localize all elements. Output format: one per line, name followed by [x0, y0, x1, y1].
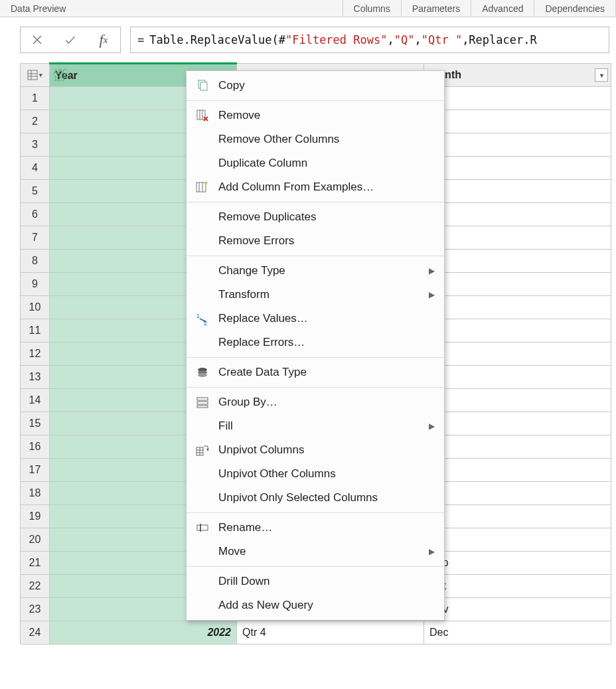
- row-number[interactable]: 19: [21, 505, 50, 528]
- menu-drill-down-label: Drill Down: [218, 575, 270, 588]
- cell-month[interactable]: [424, 505, 611, 528]
- row-number[interactable]: 3: [21, 133, 50, 157]
- menu-replace-errors[interactable]: Replace Errors…: [187, 331, 444, 354]
- menu-change-type[interactable]: Change Type▶: [187, 259, 444, 283]
- menu-rename[interactable]: Rename…: [187, 516, 444, 540]
- row-number[interactable]: 17: [21, 459, 50, 482]
- cell-month[interactable]: [424, 226, 611, 250]
- cell-month[interactable]: y: [424, 180, 611, 203]
- row-number[interactable]: 2: [21, 110, 50, 133]
- tab-data-preview[interactable]: Data Preview: [0, 0, 343, 17]
- cell-month[interactable]: r: [424, 157, 611, 180]
- cell-month[interactable]: v: [424, 319, 611, 343]
- cell-month[interactable]: c: [424, 343, 611, 366]
- row-number[interactable]: 20: [21, 528, 50, 552]
- formula-buttons: fx: [20, 27, 121, 53]
- menu-remove-other[interactable]: Remove Other Columns: [187, 127, 444, 151]
- menu-unpivot-label: Unpivot Columns: [218, 443, 304, 457]
- row-number[interactable]: 11: [21, 319, 50, 343]
- cell-month[interactable]: g: [424, 250, 611, 273]
- cell-month[interactable]: Oct: [424, 575, 611, 598]
- menu-group-by-label: Group By…: [218, 396, 277, 409]
- row-number[interactable]: 23: [21, 598, 50, 621]
- cell-month[interactable]: Sep: [424, 552, 611, 575]
- row-number[interactable]: 12: [21, 343, 50, 366]
- svg-rect-6: [197, 110, 205, 119]
- menu-add-from-examples[interactable]: Add Column From Examples…: [187, 175, 444, 199]
- tab-parameters[interactable]: Parameters: [402, 0, 471, 17]
- cell-month[interactable]: g: [424, 528, 611, 552]
- menu-unpivot-other[interactable]: Unpivot Other Columns: [187, 462, 444, 486]
- submenu-arrow-icon: ▶: [429, 266, 435, 275]
- cell-month[interactable]: b: [424, 389, 611, 412]
- row-number[interactable]: 5: [21, 180, 50, 203]
- row-number[interactable]: 16: [21, 435, 50, 459]
- menu-duplicate-label: Duplicate Column: [218, 157, 307, 170]
- tab-columns[interactable]: Columns: [343, 0, 402, 17]
- cell-month[interactable]: r: [424, 435, 611, 459]
- cell-month[interactable]: ar: [424, 133, 611, 157]
- menu-unpivot-only[interactable]: Unpivot Only Selected Columns: [187, 486, 444, 510]
- cell-month[interactable]: Dec: [424, 621, 611, 645]
- column-filter-button-month[interactable]: ▾: [595, 68, 608, 82]
- cell-month[interactable]: [424, 87, 611, 110]
- menu-create-data-type[interactable]: Create Data Type: [187, 360, 444, 384]
- cancel-formula-button[interactable]: [21, 27, 54, 52]
- row-number[interactable]: 24: [21, 621, 50, 645]
- menu-remove-label: Remove: [218, 109, 260, 122]
- row-number[interactable]: 1: [21, 87, 50, 110]
- formula-input[interactable]: = Table.ReplaceValue(# "Filtered Rows" ,…: [130, 27, 609, 53]
- menu-move-label: Move: [218, 545, 246, 558]
- cell-year[interactable]: 2022: [50, 621, 237, 645]
- menu-unpivot[interactable]: Unpivot Columns: [187, 438, 444, 462]
- row-number[interactable]: 10: [21, 296, 50, 319]
- type-any-icon: ABC 123: [54, 69, 68, 82]
- menu-unpivot-only-label: Unpivot Only Selected Columns: [218, 491, 378, 504]
- submenu-arrow-icon: ▶: [429, 421, 435, 431]
- row-number[interactable]: 22: [21, 575, 50, 598]
- row-number[interactable]: 21: [21, 552, 50, 575]
- row-number[interactable]: 9: [21, 273, 50, 296]
- copy-icon: [194, 78, 210, 94]
- tab-dependencies[interactable]: Dependencies: [534, 0, 616, 17]
- row-number[interactable]: 6: [21, 203, 50, 226]
- menu-remove-duplicates[interactable]: Remove Duplicates: [187, 205, 444, 229]
- column-header-month[interactable]: Month ▾: [424, 64, 611, 87]
- cell-month[interactable]: Nov: [424, 598, 611, 621]
- row-number[interactable]: 7: [21, 226, 50, 250]
- row-number[interactable]: 14: [21, 389, 50, 412]
- cell-month[interactable]: [424, 482, 611, 505]
- select-all-corner[interactable]: ▾: [21, 64, 50, 87]
- row-number[interactable]: 8: [21, 250, 50, 273]
- row-number[interactable]: 4: [21, 157, 50, 180]
- row-number[interactable]: 13: [21, 366, 50, 389]
- cell-month[interactable]: y: [424, 459, 611, 482]
- cell-month[interactable]: r: [424, 412, 611, 435]
- tab-advanced[interactable]: Advanced: [471, 0, 534, 17]
- menu-duplicate[interactable]: Duplicate Column: [187, 151, 444, 175]
- row-number[interactable]: 18: [21, 482, 50, 505]
- cell-month[interactable]: [424, 203, 611, 226]
- menu-fill[interactable]: Fill▶: [187, 414, 444, 438]
- svg-rect-20: [197, 402, 208, 404]
- menu-copy[interactable]: Copy: [187, 74, 444, 98]
- menu-remove-errors[interactable]: Remove Errors: [187, 229, 444, 253]
- menu-group-by[interactable]: Group By…: [187, 390, 444, 414]
- cell-month[interactable]: [424, 366, 611, 389]
- row-number[interactable]: 15: [21, 412, 50, 435]
- cell-qtr[interactable]: Qtr 4: [237, 621, 424, 645]
- menu-remove-dupes-label: Remove Duplicates: [218, 210, 316, 224]
- svg-rect-5: [200, 82, 207, 90]
- menu-add-new-query[interactable]: Add as New Query: [187, 593, 444, 617]
- formula-sep2: ,: [414, 33, 421, 46]
- menu-remove[interactable]: Remove: [187, 104, 444, 127]
- menu-drill-down[interactable]: Drill Down: [187, 570, 444, 593]
- menu-transform[interactable]: Transform▶: [187, 283, 444, 307]
- cell-month[interactable]: p: [424, 273, 611, 296]
- menu-replace-values[interactable]: 12 Replace Values…: [187, 307, 444, 331]
- menu-move[interactable]: Move▶: [187, 540, 444, 564]
- cell-month[interactable]: t: [424, 296, 611, 319]
- accept-formula-button[interactable]: [54, 27, 87, 52]
- cell-month[interactable]: b: [424, 110, 611, 133]
- fx-button[interactable]: fx: [87, 27, 120, 52]
